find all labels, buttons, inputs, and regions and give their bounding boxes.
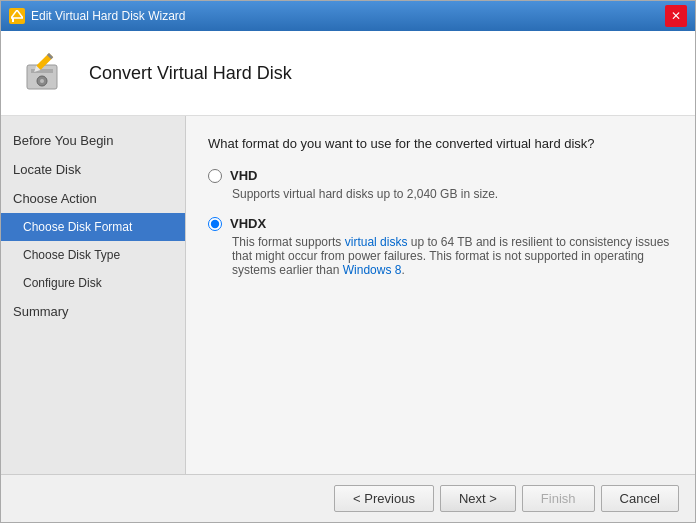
- vhd-radio[interactable]: [208, 169, 222, 183]
- wizard-footer: < Previous Next > Finish Cancel: [1, 474, 695, 522]
- next-button[interactable]: Next >: [440, 485, 516, 512]
- sidebar-item-choose-disk-type[interactable]: Choose Disk Type: [1, 241, 185, 269]
- content-area: What format do you want to use for the c…: [186, 116, 695, 474]
- wizard-header: Convert Virtual Hard Disk: [1, 31, 695, 116]
- app-icon: [9, 8, 25, 24]
- wizard-sidebar: Before You Begin Locate Disk Choose Acti…: [1, 116, 186, 474]
- previous-button[interactable]: < Previous: [334, 485, 434, 512]
- sidebar-item-before-you-begin[interactable]: Before You Begin: [1, 126, 185, 155]
- sidebar-item-choose-disk-format[interactable]: Choose Disk Format: [1, 213, 185, 241]
- vhd-option-row: VHD: [208, 167, 673, 183]
- wizard-window: Edit Virtual Hard Disk Wizard ✕ Convert …: [0, 0, 696, 523]
- svg-point-5: [40, 79, 44, 83]
- cancel-button[interactable]: Cancel: [601, 485, 679, 512]
- main-content: Before You Begin Locate Disk Choose Acti…: [1, 116, 695, 474]
- vhdx-desc-link1: virtual disks: [345, 235, 408, 249]
- vhdx-radio[interactable]: [208, 217, 222, 231]
- title-bar-left: Edit Virtual Hard Disk Wizard: [9, 8, 186, 24]
- vhd-description: Supports virtual hard disks up to 2,040 …: [232, 187, 673, 201]
- vhdx-desc-link2: Windows 8: [343, 263, 402, 277]
- content-question: What format do you want to use for the c…: [208, 136, 673, 151]
- vhd-label[interactable]: VHD: [230, 168, 257, 183]
- finish-button[interactable]: Finish: [522, 485, 595, 512]
- sidebar-item-choose-action[interactable]: Choose Action: [1, 184, 185, 213]
- wizard-title: Convert Virtual Hard Disk: [89, 63, 292, 84]
- vhdx-label[interactable]: VHDX: [230, 216, 266, 231]
- title-bar: Edit Virtual Hard Disk Wizard ✕: [1, 1, 695, 31]
- sidebar-item-locate-disk[interactable]: Locate Disk: [1, 155, 185, 184]
- wizard-icon: [21, 47, 73, 99]
- sidebar-item-configure-disk[interactable]: Configure Disk: [1, 269, 185, 297]
- svg-marker-1: [11, 10, 23, 18]
- window-title: Edit Virtual Hard Disk Wizard: [31, 9, 186, 23]
- vhdx-description: This format supports virtual disks up to…: [232, 235, 673, 277]
- sidebar-item-summary[interactable]: Summary: [1, 297, 185, 326]
- svg-rect-3: [31, 69, 53, 73]
- vhdx-option-row: VHDX: [208, 215, 673, 231]
- close-button[interactable]: ✕: [665, 5, 687, 27]
